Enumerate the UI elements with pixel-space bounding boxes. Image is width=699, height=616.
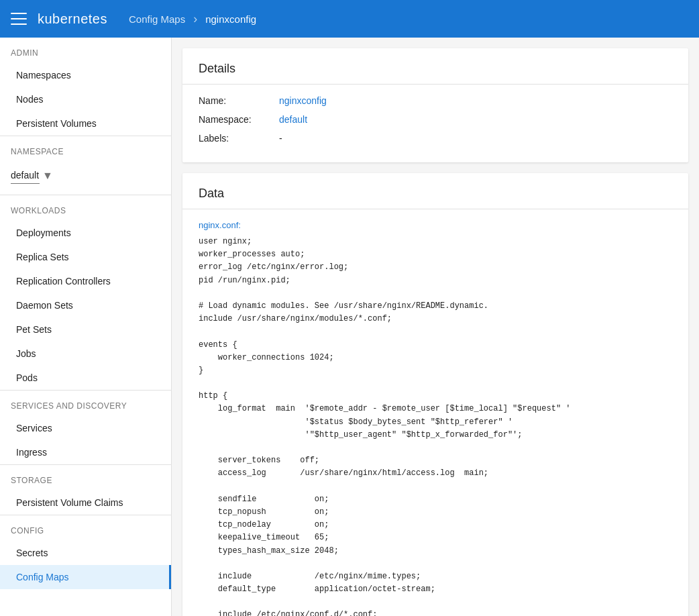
namespace-value[interactable]: default [279,114,307,125]
data-code: user nginx; worker_processes auto; error… [199,236,672,616]
sidebar-item-ingress[interactable]: Ingress [0,440,171,464]
sidebar-item-replication-controllers[interactable]: Replication Controllers [0,269,171,293]
breadcrumb: Config Maps › nginxconfig [129,12,256,26]
detail-name-row: Name: nginxconfig [199,95,672,106]
breadcrumb-current: nginxconfig [205,13,256,25]
details-card: Details Name: nginxconfig Namespace: def… [182,48,688,162]
sidebar-item-jobs[interactable]: Jobs [0,342,171,366]
sidebar-item-secrets[interactable]: Secrets [0,541,171,565]
services-discovery-section-label: Services and discovery [0,391,171,416]
sidebar-item-deployments[interactable]: Deployments [0,221,171,245]
sidebar-item-daemon-sets[interactable]: Daemon Sets [0,293,171,317]
main-content: Details Name: nginxconfig Namespace: def… [172,38,699,616]
config-section-label: Config [0,515,171,541]
detail-labels-row: Labels: - [199,133,672,144]
namespace-dropdown-icon: ▼ [42,170,53,182]
storage-section-label: Storage [0,465,171,491]
sidebar: Admin Namespaces Nodes Persistent Volume… [0,38,172,616]
breadcrumb-separator: › [193,12,197,26]
namespace-select[interactable]: default [11,167,40,184]
sidebar-item-config-maps[interactable]: Config Maps [0,565,171,589]
labels-label: Labels: [199,133,279,144]
name-value[interactable]: nginxconfig [279,95,327,106]
sidebar-item-pet-sets[interactable]: Pet Sets [0,317,171,342]
app-header: kubernetes Config Maps › nginxconfig [0,0,699,38]
brand-logo: kubernetes [38,11,107,27]
admin-section-label: Admin [0,38,171,63]
namespace-label: Namespace: [199,114,279,125]
menu-icon[interactable] [11,11,27,27]
breadcrumb-parent[interactable]: Config Maps [129,13,185,25]
namespace-selector[interactable]: default ▼ [11,167,160,184]
sidebar-item-pods[interactable]: Pods [0,366,171,390]
data-key: nginx.conf: [199,220,672,230]
sidebar-item-persistent-volumes[interactable]: Persistent Volumes [0,111,171,136]
sidebar-item-services[interactable]: Services [0,416,171,440]
details-card-body: Name: nginxconfig Namespace: default Lab… [182,85,688,162]
data-card-title: Data [182,173,688,209]
sidebar-item-pvc[interactable]: Persistent Volume Claims [0,491,171,515]
sidebar-item-replica-sets[interactable]: Replica Sets [0,245,171,269]
data-card: Data nginx.conf: user nginx; worker_proc… [182,173,688,616]
labels-value: - [279,133,282,144]
data-card-body: nginx.conf: user nginx; worker_processes… [182,209,688,616]
sidebar-item-nodes[interactable]: Nodes [0,87,171,111]
workloads-section-label: Workloads [0,195,171,221]
namespace-section-label: Namespace [0,136,171,162]
details-card-title: Details [182,48,688,85]
name-label: Name: [199,95,279,106]
detail-namespace-row: Namespace: default [199,114,672,125]
sidebar-item-namespaces[interactable]: Namespaces [0,63,171,87]
